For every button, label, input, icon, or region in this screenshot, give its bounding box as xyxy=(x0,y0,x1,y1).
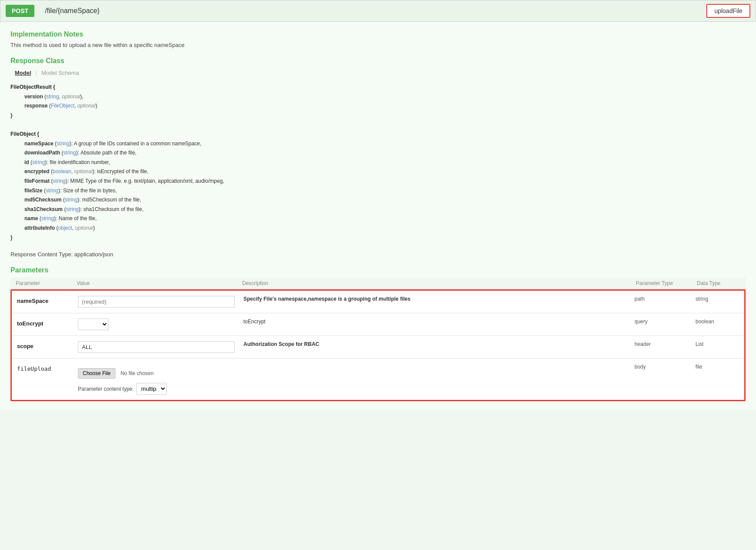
field-response: response xyxy=(24,103,47,109)
param-row-toencrypt: toEncrypt true false toEncrypt query boo… xyxy=(12,313,744,336)
param-row-fileupload: fileUpload Choose File No file chosen Pa… xyxy=(12,359,744,400)
field-attributeinfo: attributeInfo xyxy=(24,225,55,231)
main-content: Implementation Notes This method is used… xyxy=(0,22,756,410)
response-class-section: Response Class Model | Model Schema File… xyxy=(10,57,746,242)
param-name-scope: scope xyxy=(17,341,78,349)
tab-model-schema[interactable]: Model Schema xyxy=(37,68,84,77)
tab-model[interactable]: Model xyxy=(10,68,36,77)
col-header-description: Description xyxy=(242,280,636,286)
no-file-chosen-text: No file chosen xyxy=(121,370,154,376)
param-name-toencrypt: toEncrypt xyxy=(17,319,78,327)
class-name-2: FileObject { xyxy=(10,131,39,137)
param-desc-namespace: Specify File's namespace,namespace is a … xyxy=(243,296,634,302)
content-type-label: Parameter content type: xyxy=(78,386,134,392)
param-row-scope: scope Authorization Scope for RBAC heade… xyxy=(12,336,744,359)
choose-file-button[interactable]: Choose File xyxy=(78,368,115,379)
upload-file-button[interactable]: uploadFile xyxy=(706,4,750,18)
field-fileformat: fileFormat xyxy=(24,178,50,184)
col-header-parameter: Parameter xyxy=(16,280,77,286)
class-fileobjectresult: FileObjectResult { version (string, opti… xyxy=(10,83,746,120)
header-bar: POST /file/{nameSpace} uploadFile xyxy=(0,0,756,22)
field-id: id xyxy=(24,159,29,165)
response-content-type: Response Content Type: application/json xyxy=(10,251,746,258)
field-version: version xyxy=(24,94,43,100)
param-type-fileupload: body xyxy=(634,364,695,370)
field-namespace: nameSpace xyxy=(24,141,54,147)
field-filesize: fileSize xyxy=(24,188,42,194)
param-value-fileupload[interactable]: Choose File No file chosen Parameter con… xyxy=(78,364,243,395)
class-fileobject: FileObject { nameSpace (string): A group… xyxy=(10,130,746,242)
param-name-namespace: nameSpace xyxy=(17,296,78,304)
response-class-title: Response Class xyxy=(10,57,746,65)
param-value-scope[interactable] xyxy=(78,341,243,353)
param-type-scope: header xyxy=(634,341,695,347)
content-type-select[interactable]: multipart/form-data application/x-www-fo… xyxy=(136,383,167,395)
parameters-title: Parameters xyxy=(10,266,746,274)
param-desc-scope: Authorization Scope for RBAC xyxy=(243,341,634,347)
param-datatype-fileupload: file xyxy=(695,364,739,370)
implementation-notes-title: Implementation Notes xyxy=(10,30,746,38)
close-brace-1: } xyxy=(10,112,13,118)
param-header-row: Parameter Value Description Parameter Ty… xyxy=(10,278,746,289)
col-header-value: Value xyxy=(77,280,242,286)
file-upload-section: Choose File No file chosen xyxy=(78,364,243,380)
content-type-row: Parameter content type: multipart/form-d… xyxy=(78,383,243,395)
field-encrypted: encrypted xyxy=(24,168,49,174)
close-brace-2: } xyxy=(10,235,13,241)
implementation-notes-section: Implementation Notes This method is used… xyxy=(10,30,746,48)
parameters-section: Parameters Parameter Value Description P… xyxy=(10,266,746,401)
param-type-toencrypt: query xyxy=(634,319,695,325)
field-name: name xyxy=(24,215,38,221)
param-table: nameSpace Specify File's namespace,names… xyxy=(10,289,746,401)
param-desc-toencrypt: toEncrypt xyxy=(243,319,634,325)
model-content: FileObjectResult { version (string, opti… xyxy=(10,83,746,242)
param-row-namespace: nameSpace Specify File's namespace,names… xyxy=(12,291,744,313)
param-datatype-scope: List xyxy=(695,341,739,347)
implementation-notes-desc: This method is used to upload a new file… xyxy=(10,42,746,48)
field-md5checksum: md5Checksum xyxy=(24,197,61,203)
param-datatype-namespace: string xyxy=(695,296,739,302)
param-value-namespace[interactable] xyxy=(78,296,243,308)
endpoint-path: /file/{nameSpace} xyxy=(45,7,99,15)
param-value-toencrypt[interactable]: true false xyxy=(78,319,243,330)
field-sha1checksum: sha1Checksum xyxy=(24,206,63,212)
namespace-input[interactable] xyxy=(78,296,235,308)
toencrypt-select[interactable]: true false xyxy=(78,319,108,330)
col-header-datatype: Data Type xyxy=(697,280,740,286)
col-header-paramtype: Parameter Type xyxy=(636,280,697,286)
class-name-1: FileObjectResult { xyxy=(10,84,55,90)
param-name-fileupload: fileUpload xyxy=(17,364,78,372)
param-datatype-toencrypt: boolean xyxy=(695,319,739,325)
model-tabs: Model | Model Schema xyxy=(10,68,746,77)
scope-input[interactable] xyxy=(78,341,235,353)
field-downloadpath: downloadPath xyxy=(24,150,60,156)
method-badge: POST xyxy=(6,5,34,17)
param-type-namespace: path xyxy=(634,296,695,302)
